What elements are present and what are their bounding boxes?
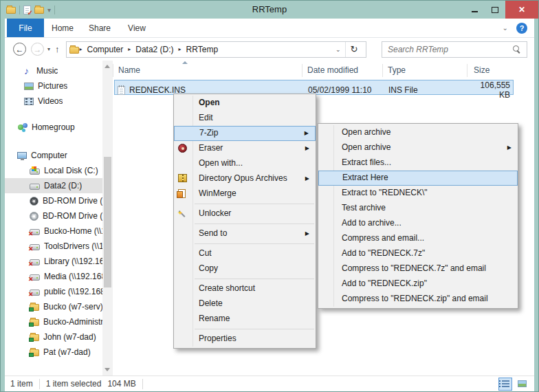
column-header-date-modified[interactable]: Date modified	[302, 64, 382, 77]
status-separator	[39, 379, 40, 389]
sidebar-item-music[interactable]: ♪ Music	[5, 63, 102, 78]
sidebar-item-bucko-home[interactable]: Bucko-Home (\\1	[5, 224, 102, 239]
submenu-item-add-to-redneck-zip[interactable]: Add to "REDNECK.zip"	[318, 276, 518, 292]
address-dropdown-icon[interactable]: ⌄	[331, 46, 345, 53]
submenu-item-compress-to-redneck-zip-email[interactable]: Compress to "REDNECK.zip" and email	[318, 292, 518, 307]
menu-item-send-to[interactable]: Send to▶	[174, 226, 316, 241]
submenu-arrow-icon: ▶	[305, 226, 309, 241]
tab-view[interactable]: View	[118, 19, 155, 37]
back-button[interactable]: ←	[13, 43, 26, 56]
submenu-item-extract-to-redneck[interactable]: Extract to "REDNECK\"	[318, 186, 518, 201]
column-header-type[interactable]: Type	[382, 64, 467, 77]
new-folder-icon[interactable]	[34, 7, 44, 14]
search-icon[interactable]	[513, 45, 521, 54]
submenu-arrow-icon: ▶	[305, 127, 309, 140]
sidebar-item-library[interactable]: Library (\\192.168	[5, 254, 102, 269]
column-headers: Name Date modified Type Size	[113, 61, 534, 80]
history-dropdown-icon[interactable]: ▾	[47, 46, 50, 52]
breadcrumb-computer[interactable]: Computer	[83, 45, 128, 54]
breadcrumb-rrtemp[interactable]: RRTemp	[182, 45, 222, 54]
submenu-item-add-to-archive[interactable]: Add to archive...	[318, 216, 518, 231]
sidebar-item-local-disk-c[interactable]: Local Disk (C:)	[5, 163, 102, 178]
sidebar-item-john-w7dad[interactable]: John (w7-dad)	[5, 329, 102, 345]
sidebar-item-pictures[interactable]: Pictures	[5, 78, 102, 94]
submenu-item-test-archive[interactable]: Test archive	[318, 201, 518, 216]
details-view-button[interactable]	[498, 378, 512, 391]
menu-item-eraser[interactable]: Eraser▶	[174, 141, 316, 156]
file-row-selected[interactable]: REDNECK.INS 05/02/1999 11:10 INS File 10…	[114, 80, 514, 95]
menu-item-create-shortcut[interactable]: Create shortcut	[174, 281, 316, 296]
submenu-item-add-to-redneck-7z[interactable]: Add to "REDNECK.7z"	[318, 246, 518, 261]
submenu-item-compress-and-email[interactable]: Compress and email...	[318, 231, 518, 246]
qat-separator	[19, 6, 20, 14]
properties-icon[interactable]	[23, 6, 31, 14]
close-button[interactable]: ✕	[505, 1, 538, 19]
submenu-item-open-archive-as[interactable]: Open archive▶	[318, 140, 518, 155]
forward-button[interactable]: →	[31, 43, 44, 56]
menu-separator	[174, 327, 316, 331]
disconnected-network-drive-icon	[30, 290, 40, 296]
search-input[interactable]	[382, 45, 513, 54]
address-bar[interactable]: ▸ Computer ▸ Data2 (D:) ▸ RRTemp ⌄ ↻	[66, 41, 366, 58]
status-separator	[142, 379, 143, 389]
submenu-item-extract-files[interactable]: Extract files...	[318, 155, 518, 171]
sidebar-item-toolsdrivers[interactable]: ToolsDrivers (\\1¹	[5, 239, 102, 254]
menu-item-cut[interactable]: Cut	[174, 246, 316, 261]
scroll-up-icon[interactable]	[104, 65, 110, 68]
menu-item-delete[interactable]: Delete	[174, 296, 316, 312]
scrollbar-thumb[interactable]	[104, 157, 111, 287]
menu-item-properties[interactable]: Properties	[174, 331, 316, 347]
menu-item-unlocker[interactable]: Unlocker	[174, 206, 316, 221]
sidebar-scrollbar[interactable]	[102, 61, 113, 375]
breadcrumb-data2[interactable]: Data2 (D:)	[131, 45, 177, 54]
file-size: 106,555 KB	[469, 80, 514, 100]
column-header-size[interactable]: Size	[467, 64, 514, 77]
sidebar-item-homegroup[interactable]: Homegroup	[5, 120, 102, 135]
submenu-item-compress-to-redneck-7z-email[interactable]: Compress to "REDNECK.7z" and email	[318, 261, 518, 276]
details-view-icon	[502, 380, 509, 387]
qat-dropdown-icon[interactable]: ▾	[47, 6, 51, 14]
ribbon-tab-bar: File Home Share View ⌄ ?	[5, 19, 534, 38]
tab-file[interactable]: File	[7, 19, 44, 37]
sidebar-item-data2-d[interactable]: Data2 (D:)	[5, 178, 102, 193]
column-header-name[interactable]: Name	[113, 64, 302, 77]
sidebar-item-bdrom-g[interactable]: BD-ROM Drive (G	[5, 208, 102, 224]
selection-count: 1 item selected	[46, 379, 102, 389]
menu-item-winmerge[interactable]: WinMerge	[174, 186, 316, 202]
sidebar-item-bdrom-e[interactable]: BD-ROM Drive (E	[5, 193, 102, 208]
sidebar-item-public[interactable]: public (\\192.168	[5, 284, 102, 299]
help-icon[interactable]: ?	[516, 23, 527, 34]
menu-item-open-with[interactable]: Open with...	[174, 156, 316, 171]
refresh-icon[interactable]: ↻	[346, 44, 363, 54]
scroll-down-icon[interactable]	[104, 368, 110, 371]
sort-ascending-icon	[182, 61, 188, 64]
selection-size: 104 MB	[107, 379, 135, 389]
menu-item-directory-opus-archives[interactable]: Directory Opus Archives▶	[174, 171, 316, 186]
thumbnail-view-button[interactable]	[515, 378, 529, 391]
sidebar-item-bucko-administrator[interactable]: Bucko-Administr	[5, 314, 102, 329]
navigation-bar: ← → ▾ ↑ ▸ Computer ▸ Data2 (D:) ▸ RRTemp…	[5, 38, 534, 61]
unlocker-wand-icon	[178, 209, 188, 219]
ribbon-collapse-icon[interactable]: ⌄	[503, 24, 508, 32]
maximize-button[interactable]	[485, 1, 505, 19]
menu-item-open[interactable]: Open	[174, 96, 316, 111]
ins-file-icon	[118, 86, 125, 95]
sidebar-item-bucko-w7serv[interactable]: Bucko (w7-serv)	[5, 299, 102, 314]
sidebar-item-computer[interactable]: Computer	[5, 148, 102, 163]
menu-item-rename[interactable]: Rename	[174, 312, 316, 327]
disconnected-network-drive-icon	[30, 244, 40, 250]
drive-icon	[30, 184, 40, 190]
sidebar-item-videos[interactable]: Videos	[5, 94, 102, 109]
submenu-item-open-archive[interactable]: Open archive	[318, 125, 518, 140]
minimize-button[interactable]	[464, 1, 485, 19]
tab-share[interactable]: Share	[81, 19, 118, 37]
submenu-item-extract-here[interactable]: Extract Here	[318, 171, 518, 186]
menu-item-7zip[interactable]: 7-Zip▶	[174, 126, 316, 141]
submenu-arrow-icon: ▶	[507, 140, 512, 155]
menu-item-edit[interactable]: Edit	[174, 111, 316, 126]
menu-item-copy[interactable]: Copy	[174, 261, 316, 276]
sidebar-item-media[interactable]: Media (\\192.168	[5, 269, 102, 284]
up-button[interactable]: ↑	[55, 44, 60, 54]
sidebar-item-pat-w7dad[interactable]: Pat (w7-dad)	[5, 345, 102, 360]
tab-home[interactable]: Home	[44, 19, 81, 37]
